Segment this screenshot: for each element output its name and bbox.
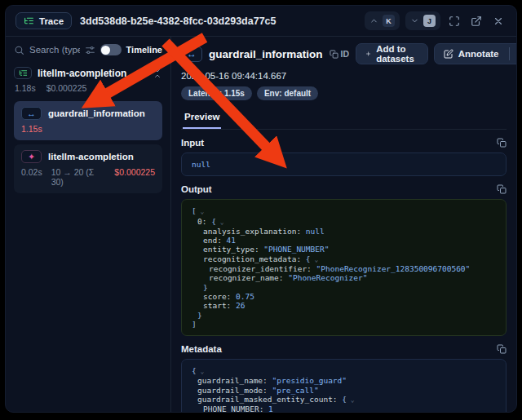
search-input[interactable]: Search (type, titl <box>29 45 80 55</box>
trace-id: 3dd538d8-b25e-4382-8fcc-03d293da77c5 <box>80 15 276 27</box>
add-to-datasets-label: Add to datasets <box>376 44 418 64</box>
plus-icon <box>365 49 371 59</box>
code-line: ] <box>192 320 496 329</box>
topbar: Trace 3dd538d8-b25e-4382-8fcc-03d293da77… <box>6 6 516 37</box>
section-label: Input <box>181 138 204 148</box>
code-line: 0: { ⌄ <box>192 217 496 227</box>
tab-preview[interactable]: Preview <box>183 108 221 129</box>
code-line: { ⌄ <box>192 366 496 376</box>
metadata-code-block[interactable]: { ⌄guardrail_name: "presidio_guard"guard… <box>181 359 507 412</box>
close-button[interactable] <box>490 13 507 29</box>
observation-panel: ↔ guardrail_information ID Add to datase… <box>171 37 516 412</box>
tree-item-1[interactable]: ✦litellm-acompletion0.02s10 → 20 (Σ 30)$… <box>14 144 162 193</box>
external-link-icon <box>471 15 482 27</box>
root-cost: $0.000225 <box>46 83 87 93</box>
copy-id-button[interactable]: ID <box>330 49 350 59</box>
close-icon <box>493 15 504 27</box>
trace-type-badge: Trace <box>15 12 72 29</box>
code-line: end: 41 <box>192 236 496 245</box>
section-output: Output[ ⌄0: { ⌄analysis_explanation: nul… <box>181 184 507 336</box>
generation-sparkle-icon: ✦ <box>21 150 42 163</box>
code-line: guardrail_masked_entity_count: { ⌄ <box>192 395 496 405</box>
unfold-all-icon[interactable] <box>136 69 146 78</box>
kbd-k: K <box>383 15 395 27</box>
tree-actions <box>136 69 162 78</box>
chevron-up-icon <box>369 16 378 25</box>
code-line: guardrail_name: "presidio_guard" <box>192 376 496 385</box>
span-arrows-icon: ↔ <box>21 107 42 120</box>
preview-sections: InputnullOutput[ ⌄0: { ⌄analysis_explana… <box>181 130 507 412</box>
item-tokens: 10 → 20 (Σ 30) <box>51 167 106 187</box>
trace-tree-sidebar: Search (type, titl Timeline litellm-acom… <box>6 37 171 412</box>
nav-up-button[interactable]: K <box>365 11 400 30</box>
tree-root-metrics: 1.18s $0.000225 <box>15 83 162 93</box>
observation-title: guardrail_information <box>209 48 323 60</box>
button-divider <box>509 47 510 60</box>
section-input: Inputnull <box>181 138 507 176</box>
chevron-down-icon[interactable] <box>516 49 517 59</box>
fold-all-icon[interactable] <box>153 69 162 78</box>
code-line: } <box>192 311 496 320</box>
code-line: recognizer_identifier: "PhoneRecognizer_… <box>192 264 496 273</box>
item-latency: 0.02s <box>21 167 42 187</box>
maximize-button[interactable] <box>446 13 462 29</box>
item-latency: 1.15s <box>21 124 42 134</box>
code-line: null <box>192 160 496 169</box>
badge-row: Latency: 1.15s Env: default <box>181 86 507 100</box>
annotate-button[interactable]: Annotate <box>434 43 517 64</box>
item-metrics: 1.15s <box>21 124 155 134</box>
output-code-block[interactable]: [ ⌄0: { ⌄analysis_explanation: nullend: … <box>181 199 507 336</box>
section-metadata: Metadata{ ⌄guardrail_name: "presidio_gua… <box>181 344 507 412</box>
trace-tree: ↔guardrail_information1.15s✦litellm-acom… <box>14 101 162 193</box>
item-cost: $0.000225 <box>114 167 155 187</box>
timeline-label: Timeline <box>126 45 162 55</box>
code-line: analysis_explanation: null <box>192 227 496 236</box>
annotate-label: Annotate <box>458 49 499 59</box>
code-line: recognizer_name: "PhoneRecognizer" <box>192 273 496 282</box>
nav-down-button[interactable]: J <box>405 11 440 30</box>
code-line: start: 26 <box>192 301 496 310</box>
code-line: guardrail_mode: "pre_call" <box>192 386 496 395</box>
tree-root-title: litellm-acompletion <box>38 68 126 79</box>
item-title: litellm-acompletion <box>48 152 134 161</box>
latency-badge: Latency: 1.15s <box>181 86 252 100</box>
code-line: score: 0.75 <box>192 292 496 301</box>
span-arrows-icon: ↔ <box>181 46 202 62</box>
filter-sliders-icon[interactable] <box>85 45 95 55</box>
section-label: Metadata <box>181 344 222 354</box>
search-row: Search (type, titl Timeline <box>14 44 162 55</box>
section-label: Output <box>181 184 212 194</box>
observation-timestamp: 2025-05-16 09:44:14.667 <box>181 71 507 81</box>
trace-detail-window: Trace 3dd538d8-b25e-4382-8fcc-03d293da77… <box>5 5 517 413</box>
kbd-j: J <box>423 15 436 27</box>
observation-header: ↔ guardrail_information ID Add to datase… <box>181 43 507 64</box>
copy-icon[interactable] <box>497 138 507 148</box>
open-external-button[interactable] <box>468 13 484 29</box>
header-actions: Add to datasets Annotate <box>356 43 517 64</box>
chevron-down-icon <box>410 16 419 25</box>
toggle-knob <box>101 46 110 55</box>
code-line: [ ⌄ <box>192 206 496 216</box>
item-title: guardrail_information <box>48 108 145 118</box>
root-latency: 1.18s <box>15 83 36 93</box>
list-tree-icon <box>24 15 34 26</box>
copy-icon[interactable] <box>497 184 507 194</box>
window-body: Search (type, titl Timeline litellm-acom… <box>6 37 516 412</box>
code-line: entity_type: "PHONE_NUMBER" <box>192 245 496 254</box>
id-label: ID <box>341 49 350 59</box>
maximize-icon <box>449 15 460 27</box>
add-to-datasets-button[interactable]: Add to datasets <box>356 43 428 64</box>
timeline-toggle[interactable] <box>100 44 122 55</box>
tab-bar: Preview <box>181 108 507 130</box>
trace-label: Trace <box>39 16 64 26</box>
code-line: PHONE_NUMBER: 1 <box>192 405 496 412</box>
topbar-actions: K J <box>365 11 507 30</box>
input-code-block[interactable]: null <box>181 153 507 176</box>
tree-item-0[interactable]: ↔guardrail_information1.15s <box>14 101 162 140</box>
tree-root-item[interactable]: litellm-acompletion <box>14 67 162 79</box>
trace-tree-icon <box>14 67 32 79</box>
item-metrics: 0.02s10 → 20 (Σ 30)$0.000225 <box>21 167 155 187</box>
search-icon <box>14 45 24 55</box>
copy-icon[interactable] <box>497 344 507 354</box>
env-badge: Env: default <box>257 86 318 100</box>
